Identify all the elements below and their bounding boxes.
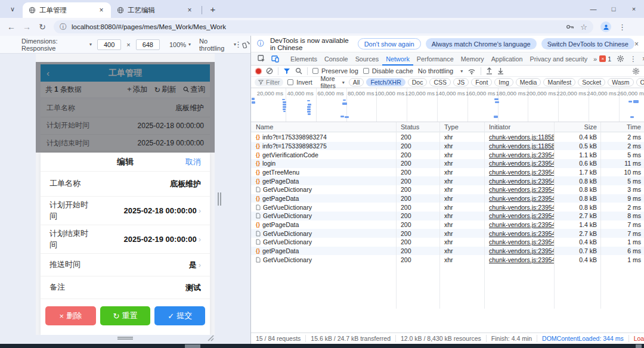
initiator-link[interactable]: chunk-vendors.js:23954 [489,221,554,228]
profile-avatar[interactable] [600,21,611,32]
throttling-dropdown[interactable]: No throttling [199,38,231,52]
network-request-row[interactable]: {} GetVueDictionary 200 xhr chunk-vendor… [251,185,644,194]
filter-chip[interactable]: All [349,78,364,86]
network-request-row[interactable]: {} GetVueDictionary 200 xhr chunk-vendor… [251,238,644,247]
devtools-tab[interactable]: Performance [413,52,457,66]
filter-input[interactable]: Filter [255,78,283,86]
column-divider[interactable] [600,122,601,309]
always-match-language-button[interactable]: Always match Chrome's language [426,38,537,49]
modal-backdrop[interactable] [36,62,215,153]
initiator-link[interactable]: chunk-vendors.js:11858 [489,133,554,141]
zoom-dropdown[interactable]: 100% [169,41,186,48]
devtools-tab[interactable]: Privacy and security [527,52,592,66]
filter-chip[interactable]: Media [516,78,541,86]
switch-to-chinese-button[interactable]: Switch DevTools to Chinese [541,38,634,49]
network-request-row[interactable]: {} getPageData 200 xhr chunk-vendors.js:… [251,194,644,203]
filter-chip[interactable]: Doc [408,78,428,86]
network-conditions-icon[interactable] [467,68,476,74]
form-row[interactable]: 计划结束时间 2025-02-19 00:00:00 › [41,225,210,254]
network-request-row[interactable]: {} GetVueDictionary 200 xhr chunk-vendor… [251,229,644,238]
devtools-tab[interactable]: Console [321,52,352,66]
dimensions-dropdown[interactable]: Dimensions: Responsive [21,38,87,52]
initiator-link[interactable]: chunk-vendors.js:23954 [489,204,554,211]
more-filters-dropdown[interactable]: More filters [321,75,336,89]
filter-chip[interactable]: Socket [578,78,605,86]
initiator-link[interactable]: chunk-vendors.js:23954 [489,151,554,159]
tab-close-icon[interactable]: × [97,6,106,14]
network-request-row[interactable]: {} GetVueDictionary 200 xhr chunk-vendor… [251,212,644,220]
network-request-row[interactable]: {} GetVueDictionary 200 xhr chunk-vendor… [251,203,644,212]
record-network-log-button[interactable] [256,69,261,74]
column-divider[interactable] [439,122,440,309]
viewport-resize-handle-right[interactable] [218,192,221,206]
initiator-link[interactable]: chunk-vendors.js:23954 [489,169,554,176]
browser-tab-inactive[interactable]: 工艺编辑 × [111,2,199,18]
preserve-log-checkbox[interactable]: Preserve log [312,67,358,74]
network-request-row[interactable]: {} info?t=1753398983274 200 xhr chunk-ve… [251,133,644,142]
devtools-tab[interactable]: Memory [457,52,488,66]
modal-action-button[interactable]: × 删除 [45,306,96,325]
devtools-menu-icon[interactable]: ⋮ [630,55,637,63]
network-request-row[interactable]: {} getVierificationCode 200 xhr chunk-ve… [251,150,644,159]
error-badge[interactable]: ×1 [599,55,611,63]
devtools-tab[interactable]: Sources [352,52,383,66]
cancel-button[interactable]: 取消 [185,157,201,167]
form-row[interactable]: 推送时间 是 › [41,254,210,276]
network-request-row[interactable]: {} getPageData 200 xhr chunk-vendors.js:… [251,176,644,185]
initiator-link[interactable]: chunk-vendors.js:23954 [489,256,554,263]
export-har-icon[interactable] [497,67,504,74]
column-header[interactable]: Name [251,123,396,130]
tab-search-button[interactable]: ∨ [5,1,20,17]
bookmark-star-icon[interactable]: ☆ [580,23,587,32]
filter-chip[interactable]: CSS [429,78,451,86]
devtools-tab[interactable]: Application [488,52,527,66]
settings-gear-icon[interactable] [617,55,624,63]
initiator-link[interactable]: chunk-vendors.js:23954 [489,160,554,167]
network-request-row[interactable]: {} info?t=1753398983275 200 xhr chunk-ve… [251,142,644,151]
browser-tab-active[interactable]: 工单管理 × [23,2,111,18]
modal-action-button[interactable]: ↻ 重置 [100,306,151,325]
network-throttling-dropdown[interactable]: No throttling [418,67,453,74]
browser-menu-icon[interactable]: ⋮ [618,23,626,32]
initiator-link[interactable]: chunk-vendors.js:23954 [489,238,554,246]
search-icon[interactable] [295,67,302,74]
filter-chip[interactable]: Manifest [543,78,575,86]
network-request-row[interactable]: {} getPageData 200 xhr chunk-vendors.js:… [251,247,644,256]
device-width-input[interactable]: 400 [97,39,121,50]
device-height-input[interactable]: 648 [136,39,160,50]
address-bar[interactable]: ⓘ localhost:8080/#/pages/mes/Mes_Work/Me… [54,20,593,33]
infobar-close-icon[interactable]: × [634,40,639,48]
form-row[interactable]: 备注 测试 › [41,276,210,299]
site-info-icon[interactable]: ⓘ [60,22,67,32]
column-divider[interactable] [396,122,397,309]
modal-action-button[interactable]: ✓ 提交 [154,306,205,325]
inspect-element-icon[interactable] [258,55,265,63]
column-header[interactable]: Time [600,123,644,130]
import-har-icon[interactable] [486,67,493,74]
filter-chip[interactable]: Other [636,78,644,86]
filter-chip[interactable]: Fetch/XHR [366,78,405,86]
network-overview-timeline[interactable]: 20,000 ms40,000 ms60,000 ms80,000 ms100,… [251,88,644,122]
form-row[interactable]: 工单名称 底板维护 › [41,172,210,197]
initiator-link[interactable]: chunk-vendors.js:23954 [489,195,554,202]
initiator-link[interactable]: chunk-vendors.js:11858 [489,142,554,150]
form-row[interactable]: 计划开始时间 2025-02-18 00:00:00 › [41,197,210,225]
column-header[interactable]: Type [439,123,484,130]
column-divider[interactable] [554,122,555,309]
viewport-resize-handle-bottom[interactable] [117,337,133,340]
column-header[interactable]: Size [554,123,600,130]
network-request-row[interactable]: {} getTreeMenu 200 xhr chunk-vendors.js:… [251,168,644,177]
devtools-tab[interactable]: Elements [287,52,321,66]
rotate-device-icon[interactable] [242,41,250,48]
clear-network-log-icon[interactable] [266,67,273,74]
initiator-link[interactable]: chunk-vendors.js:23954 [489,178,554,185]
network-request-row[interactable]: {} GetVueDictionary 200 xhr chunk-vendor… [251,255,644,264]
initiator-link[interactable]: chunk-vendors.js:23954 [489,230,554,237]
reload-button[interactable]: ↻ [35,22,50,32]
network-request-row[interactable]: {} getPageData 200 xhr chunk-vendors.js:… [251,220,644,229]
filter-icon[interactable] [283,68,290,74]
window-close-button[interactable]: × [624,5,644,13]
filter-chip[interactable]: Wasm [608,78,633,86]
initiator-link[interactable]: chunk-vendors.js:23954 [489,212,554,219]
disable-cache-checkbox[interactable]: Disable cache [363,67,413,74]
